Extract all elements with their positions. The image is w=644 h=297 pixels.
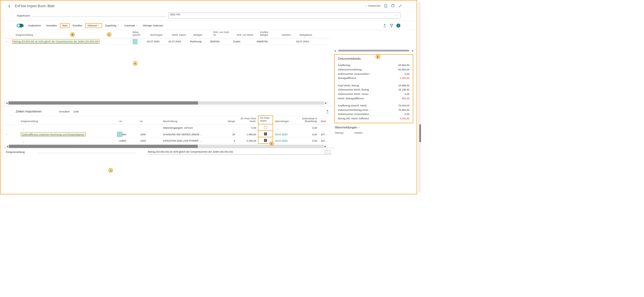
detail-row: MwSt.-Betragsdifferenz850,00 [338,96,410,101]
lines-title: Zeilen importieren [3,110,54,114]
warn-col-hint: Hinweis [354,132,363,134]
chevron-down-icon [117,24,119,27]
line-row[interactable]: → Zeilendifferenz zwischen Rechnung und … [3,131,330,138]
collapse-icon[interactable] [398,4,402,8]
page-title: ExFlow Import Buch.-Blatt [15,4,54,8]
analyze-toggle[interactable] [17,24,24,27]
warn-title[interactable]: Warnmeldungen [334,123,413,131]
tb-fewer[interactable]: Weniger Optionen [141,23,165,28]
tb-related[interactable]: Zugehörig [103,23,121,28]
col-genehm[interactable]: Genehm… [280,30,297,38]
tb-start[interactable]: Start [60,23,69,28]
chevron-down-icon [98,24,100,27]
share-icon[interactable] [383,23,387,27]
lcol-ereignis[interactable]: Ereignismeldung [19,119,117,124]
line-ereignis-link[interactable]: Zeilendifferenz zwischen Rechnung und Ei… [22,133,85,136]
detail-row: Betrag inkl. MwSt.-Differenz4.250,50 [338,116,410,121]
filter-icon[interactable] [390,23,394,27]
detail-h-scroll[interactable]: ◀ ▶ [334,49,413,52]
detail-row: Zeilensumme MwSt.-Vorau…0,00 [338,92,410,96]
tb-automate[interactable]: Automate [122,23,140,28]
scroll-left-icon[interactable]: ◀ [5,145,9,148]
filler-dots [32,15,166,17]
detail-row: Zeilensumme Vorauszahlun…0,00 [338,72,410,76]
row-selector-icon[interactable]: → [3,40,10,43]
lcol-ware[interactable]: Ware [319,119,330,124]
col-belegdatum[interactable]: Belegdatum [297,30,317,38]
lines-h-scrollbar[interactable]: ◀ ▶ [4,145,328,148]
tb-manage[interactable]: Verwalten [44,23,59,28]
popout-icon[interactable] [391,4,395,8]
scroll-left-icon[interactable]: ◀ [334,50,336,52]
ek-checkbox[interactable] [264,126,267,129]
bookmark-icon[interactable] [384,4,388,8]
detail-row: Kopf MwSt.-Betrag15.988,50 [338,83,410,87]
marker-a2: A [108,168,113,173]
kebab-icon[interactable]: ⋮ [137,40,143,43]
col-beleg-sperren[interactable]: Beleg sperren [130,30,148,38]
footer-more-icon[interactable]: ··· [325,150,330,154]
ek-checkbox[interactable]: ✓ [264,133,267,135]
col-kreditor-beleg[interactable]: Kreditor Belegnr. [258,30,280,38]
ek-checkbox[interactable]: ✓ [264,139,267,142]
v-scrollbar-thumb[interactable] [419,124,421,142]
v-scrollbar[interactable] [418,2,421,193]
stapel-more-icon[interactable]: ··· [395,14,399,17]
scroll-right-icon[interactable]: ▶ [324,102,327,104]
lcol-wareneingang[interactable]: Wareneingan… [273,119,296,124]
footer-label: Ereignismeldung [6,151,25,153]
col-eink-name[interactable]: Eink. von Name [235,30,258,38]
marker-b: B [70,32,75,37]
col-eink-kred[interactable]: Eink. von Kred.-Nr. [211,30,235,38]
detail-row: Zeilensumme MwSt.-Betrag15.138,50 [338,87,410,92]
detail-row: Kopfbetrag einschl. MwSt.79.943,00 [338,103,410,108]
line-row[interactable]: _ Artikel 1003 KINGSTON 8GB LOW POWER … … [3,138,330,144]
stapelname-input[interactable]: EDC PO ··· [168,13,400,18]
detail-row: Zeilensummenbetrag60.554,00 [338,67,410,72]
back-button[interactable] [7,4,12,9]
detail-row: Betragsdifferenz3.400,50 [338,76,410,80]
footer-value[interactable]: Betrag (63.954,00) ist nicht gleich der … [146,150,331,155]
tb-actions[interactable]: Aktionen [85,23,102,28]
tb-analyze[interactable]: Analysieren [26,23,43,28]
marker-c: C [107,32,111,37]
warn-col-type: Warntyp [335,132,344,134]
svg-rect-0 [392,4,394,7]
details-title: Dokumentdetails [338,57,410,61]
detail-row: Kopfbetrag63.954,50 [338,63,410,67]
ereignis-link[interactable]: Betrag (63.954,00) ist nicht gleich der … [13,40,98,43]
col-belegart[interactable]: Belegart [191,30,211,38]
marker-a: A [133,61,138,66]
lcol-ek-testen[interactable]: EK-Preis testen [258,116,273,125]
marker-d: D [269,141,274,146]
row-checkbox[interactable] [133,39,137,44]
share-icon[interactable] [325,109,329,113]
marker-e: E [375,54,380,59]
col-buchungsd[interactable]: Buchungsd… [148,30,170,38]
scroll-right-icon[interactable]: ▶ [324,145,327,148]
scroll-left-icon[interactable]: ◀ [5,102,9,104]
lcol-menge[interactable]: Menge [219,119,237,124]
stapelname-label: Stapelname [17,14,30,17]
chevron-down-icon [358,127,360,129]
info-icon[interactable]: i [396,23,400,27]
lcol-art[interactable]: Art [117,119,138,124]
h-scrollbar[interactable]: ◀ ▶ [4,101,328,105]
scroll-right-icon[interactable]: ▶ [412,50,413,52]
check-icon [364,5,367,7]
svg-marker-1 [390,24,393,27]
line-checkbox[interactable]: ⋮ [117,132,117,136]
lcol-besch[interactable]: Beschreibung [161,119,219,124]
saved-indicator: Gespeichert [364,4,381,7]
lcol-zeilenrabatt[interactable]: Zeilenrabatt % (Bestellung) [296,117,319,125]
detail-row: Zeilensummenbetrag einsc…75.692,50 [338,108,410,112]
tb-create[interactable]: Erstellen [70,23,84,28]
lcol-nr[interactable]: Nr. [138,119,161,124]
col-mwst-datum[interactable]: MwSt. Datum [170,30,192,38]
line-row[interactable]: _ Wareneingangsnr. 107213: 0,00 _ 0,00 [3,125,330,131]
detail-row: Zeilensumme Vorauszahlun…0,00 [338,112,410,116]
lines-tab-line[interactable]: Zeile [73,110,79,113]
lcol-ek-ohne[interactable]: EK-Preis Ohne MwSt. [237,117,258,125]
table-row[interactable]: → Betrag (63.954,00) ist nicht gleich de… [3,38,330,45]
lines-tab-manage[interactable]: Verwalten [59,110,70,113]
